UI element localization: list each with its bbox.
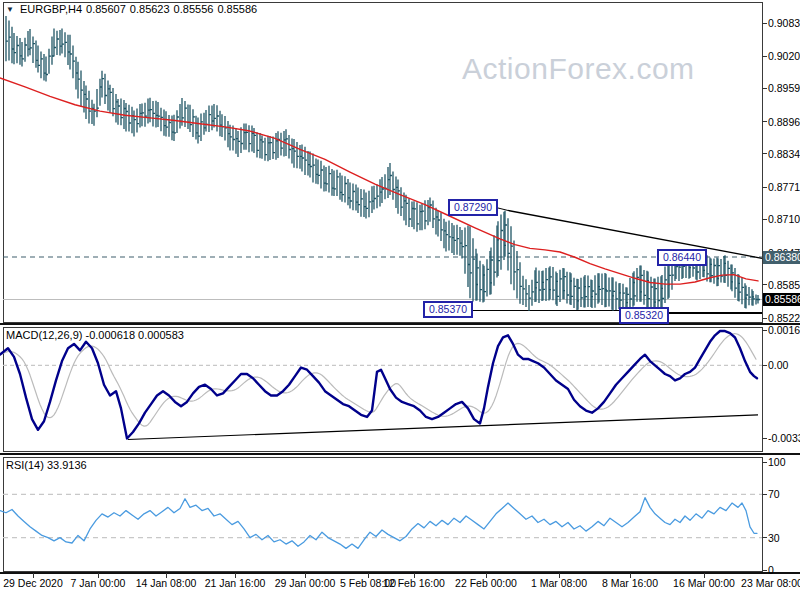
ohlc-close: 0.85586 [217, 3, 257, 15]
rsi-tick-label: 70 [768, 488, 780, 501]
level-price-axis-label: 0.86380 [763, 251, 800, 264]
macd-signal-line[interactable] [0, 334, 756, 426]
date-label: 8 Mar 16:00 [602, 577, 658, 590]
last-price-axis-label: 0.85586 [763, 293, 800, 306]
price-tick-label: 0.90835 [768, 17, 800, 30]
date-label: 22 Feb 00:00 [455, 577, 517, 590]
date-label: 1 Mar 08:00 [531, 577, 587, 590]
date-label: 16 Mar 00:00 [673, 577, 735, 590]
chart-window: ▼EURGBP,H40.856070.856230.855560.85586 A… [0, 0, 800, 600]
price-annotation-box[interactable]: 0.85320 [619, 307, 669, 324]
price-tick-label: 0.88345 [768, 148, 800, 161]
price-annotation-box[interactable]: 0.86440 [657, 249, 707, 266]
price-tick-label: 0.89590 [768, 82, 800, 95]
date-label: 29 Dec 2020 [3, 577, 63, 590]
date-label: 14 Jan 08:00 [136, 577, 197, 590]
chart-collapse-triangle-icon[interactable]: ▼ [6, 3, 14, 16]
watermark: ActionForex.com [462, 62, 695, 75]
date-label: 12 Feb 16:00 [383, 577, 445, 590]
rsi-tick-label: 30 [768, 532, 780, 545]
macd-indicator-label: MACD(12,26,9) -0.000618 0.000583 [6, 329, 184, 342]
rsi-tick-label: 0 [768, 564, 774, 577]
macd-trendline[interactable] [128, 415, 758, 440]
price-annotation-box[interactable]: 0.85370 [423, 301, 473, 318]
date-label: 21 Jan 16:00 [205, 577, 266, 590]
macd-tick-label: 0.001648 [768, 324, 800, 337]
price-tick-label: 0.87100 [768, 213, 800, 226]
ohlc-open: 0.85607 [86, 3, 126, 15]
date-label: 23 Mar 08:00 [741, 577, 800, 590]
rsi-line[interactable] [0, 498, 757, 549]
price-annotation-box[interactable]: 0.87290 [448, 199, 498, 216]
macd-tick-label: -0.003379 [768, 432, 800, 445]
ohlc-low: 0.85556 [174, 3, 214, 15]
chart-canvas[interactable] [0, 0, 800, 600]
price-tick-label: 0.88960 [768, 116, 800, 129]
ohlc-high: 0.85623 [130, 3, 170, 15]
price-tick-label: 0.87715 [768, 181, 800, 194]
date-label: 7 Jan 00:00 [71, 577, 126, 590]
rsi-tick-label: 100 [768, 456, 786, 469]
symbol-timeframe-label: EURGBP,H4 [20, 3, 82, 15]
macd-main-line[interactable] [0, 331, 757, 438]
macd-tick-label: 0.00 [768, 359, 788, 372]
price-tick-label: 0.90205 [768, 50, 800, 63]
chart-legend: ▼EURGBP,H40.856070.856230.855560.85586 [6, 3, 261, 17]
descending-trendline[interactable] [508, 210, 762, 258]
macd-panel-frame [3, 327, 762, 451]
rsi-indicator-label: RSI(14) 33.9136 [6, 459, 87, 472]
price-tick-label: 0.85855 [768, 279, 800, 292]
date-label: 29 Jan 00:00 [275, 577, 336, 590]
